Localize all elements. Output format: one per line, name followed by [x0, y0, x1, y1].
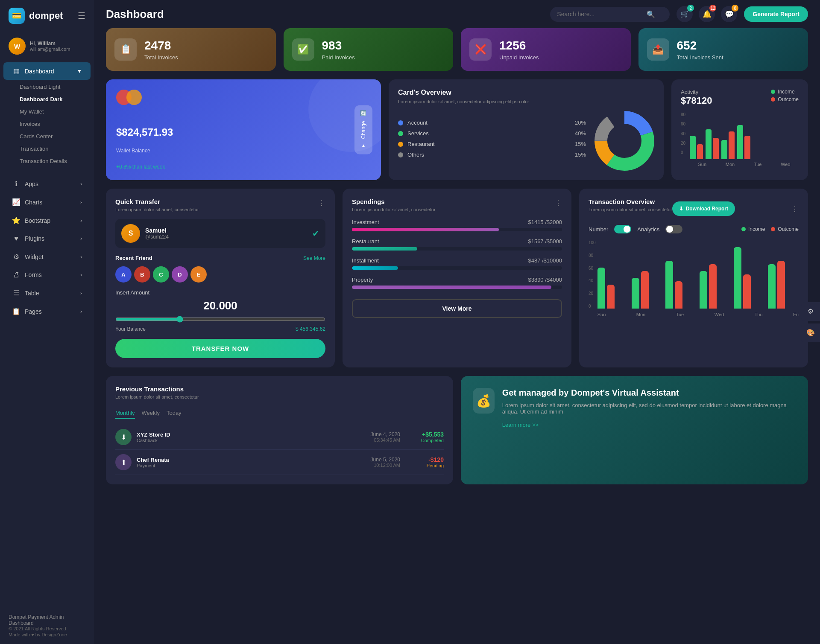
- overview-item-account: Account 20%: [398, 119, 586, 126]
- sidebar-item-dashboard[interactable]: ▦ Dashboard ▼: [3, 62, 91, 80]
- bootstrap-arrow-icon: ›: [80, 218, 82, 224]
- widget-label: Widget: [25, 254, 44, 260]
- stat-card-total-invoices: 📋 2478 Total Invoices: [106, 28, 276, 71]
- friend-avatar-2[interactable]: B: [134, 266, 150, 283]
- friend-avatar-4[interactable]: D: [172, 266, 188, 283]
- sidebar-sub-my-wallet[interactable]: My Wallet: [15, 105, 94, 118]
- float-settings-btn[interactable]: ⚙: [801, 302, 820, 321]
- search-box: 🔍: [550, 7, 670, 22]
- paid-invoices-label: Paid Invoices: [322, 54, 355, 61]
- overview-item-services: Services 40%: [398, 130, 586, 137]
- message-icon-btn[interactable]: 💬 8: [721, 6, 737, 22]
- tab-today[interactable]: Today: [167, 410, 182, 419]
- sidebar-sub-transaction-details[interactable]: Transaction Details: [15, 155, 94, 167]
- sp-inv-amounts: $1415 /$2000: [528, 219, 562, 225]
- sidebar: 💳 dompet ☰ W Hi, William william@gmail.c…: [0, 0, 94, 644]
- sp-inst-header: Installment $487 /$10000: [352, 257, 562, 264]
- widget-arrow-icon: ›: [80, 254, 82, 260]
- pages-icon: 📋: [12, 307, 20, 315]
- trans-date-1: June 4, 2020 05:34:45 AM: [371, 431, 400, 443]
- balance-value: $ 456,345.62: [296, 326, 325, 332]
- sidebar-item-pages[interactable]: 📋 Pages ›: [3, 303, 91, 320]
- bar-day-labels: Sun Mon Tue Wed: [690, 162, 799, 167]
- others-label: Others: [407, 152, 571, 158]
- download-report-button[interactable]: ⬇ Download Report: [672, 201, 735, 216]
- view-more-button[interactable]: View More: [352, 299, 562, 318]
- number-toggle[interactable]: [614, 225, 631, 233]
- wallet-change: +0.8% than last week: [116, 164, 371, 170]
- float-theme-btn[interactable]: 🎨: [801, 323, 820, 342]
- dashboard-arrow-icon: ▼: [77, 68, 82, 74]
- pie-chart-svg: [594, 111, 654, 171]
- balance-label: Your Balance: [115, 326, 146, 332]
- amount-slider[interactable]: [115, 316, 325, 323]
- sidebar-item-widget[interactable]: ⚙ Widget ›: [3, 248, 91, 265]
- cart-badge: 2: [687, 5, 694, 12]
- bar-tue-red: [729, 131, 735, 159]
- plugins-icon: ♥: [12, 235, 20, 242]
- sidebar-sub-invoices[interactable]: Invoices: [15, 118, 94, 130]
- download-icon: ⬇: [679, 206, 683, 212]
- bootstrap-icon: ⭐: [12, 216, 20, 224]
- overview-item-others: Others 15%: [398, 152, 586, 158]
- to-bar-thu: [734, 247, 764, 309]
- outcome-legend-label: Outcome: [778, 96, 799, 102]
- total-invoices-info: 2478 Total Invoices: [144, 39, 178, 61]
- search-input[interactable]: [557, 11, 642, 17]
- see-more-link[interactable]: See More: [303, 255, 325, 261]
- sidebar-item-apps[interactable]: ℹ Apps ›: [3, 175, 91, 192]
- transfer-now-button[interactable]: TRANSFER NOW: [115, 339, 325, 358]
- sidebar-sub-dashboard-dark[interactable]: Dashboard Dark: [15, 93, 94, 105]
- bell-icon-btn[interactable]: 🔔 12: [699, 6, 715, 22]
- to-bar-thu-green: [734, 247, 741, 309]
- sidebar-item-forms[interactable]: 🖨 Forms ›: [3, 266, 91, 283]
- sidebar-item-plugins[interactable]: ♥ Plugins ›: [3, 230, 91, 247]
- apps-label: Apps: [25, 181, 38, 187]
- sp-more-icon[interactable]: ⋮: [554, 198, 562, 207]
- to-label-thu: Thu: [755, 312, 763, 317]
- hamburger-icon[interactable]: ☰: [78, 11, 85, 21]
- to-more-icon[interactable]: ⋮: [791, 204, 799, 213]
- tab-weekly[interactable]: Weekly: [142, 410, 160, 419]
- sp-prop-header: Property $3890 /$4000: [352, 277, 562, 283]
- to-bar-wed-red: [709, 264, 717, 309]
- apps-icon: ℹ: [12, 180, 20, 188]
- restaurant-label: Restaurant: [407, 141, 571, 147]
- sidebar-sub-dashboard-light[interactable]: Dashboard Light: [15, 81, 94, 93]
- to-label-fri: Fri: [793, 312, 799, 317]
- sidebar-sub-cards-center[interactable]: Cards Center: [15, 130, 94, 143]
- tab-monthly[interactable]: Monthly: [115, 410, 135, 419]
- pie-legend: Account 20% Services 40% Restaurant 15%: [398, 119, 586, 162]
- sidebar-item-table[interactable]: ☰ Table ›: [3, 284, 91, 302]
- analytics-toggle[interactable]: [665, 225, 682, 233]
- activity-section: Activity $78120 Income Outcome: [671, 79, 808, 180]
- trans-item-2: ⬆ Chef Renata Payment June 5, 2020 10:12…: [115, 450, 444, 475]
- account-dot: [398, 120, 403, 125]
- toggle-row: Number Analytics Income Outcome: [589, 225, 799, 233]
- table-arrow-icon: ›: [80, 290, 82, 296]
- card-logos: [116, 90, 371, 105]
- wallet-balance: $824,571.93: [116, 126, 371, 138]
- friend-avatar-1[interactable]: A: [115, 266, 132, 283]
- sidebar-item-charts[interactable]: 📈 Charts ›: [3, 193, 91, 211]
- friend-avatar-5[interactable]: E: [190, 266, 207, 283]
- sidebar-sub-transaction[interactable]: Transaction: [15, 143, 94, 155]
- trans-amount-2: -$120: [405, 456, 444, 463]
- to-label-wed: Wed: [715, 312, 724, 317]
- bar-chart: [690, 117, 799, 159]
- topbar: Dashboard 🔍 🛒 2 🔔 12 💬 8 Generate Report: [94, 0, 820, 28]
- change-button[interactable]: 🔄 Change ▾: [354, 105, 372, 154]
- sidebar-item-bootstrap[interactable]: ⭐ Bootstrap ›: [3, 212, 91, 229]
- cart-icon-btn[interactable]: 🛒 2: [676, 6, 693, 22]
- trans-icon-2: ⬆: [115, 454, 132, 470]
- analytics-label: Analytics: [637, 226, 659, 233]
- qt-more-icon[interactable]: ⋮: [318, 198, 325, 207]
- generate-report-button[interactable]: Generate Report: [744, 6, 808, 22]
- stat-card-sent-invoices: 📤 652 Total Invoices Sent: [638, 28, 808, 71]
- table-icon: ☰: [12, 289, 20, 297]
- recent-label: Recent Friend: [115, 255, 152, 261]
- va-learn-more-link[interactable]: Learn more >>: [502, 422, 539, 428]
- friend-avatar-3[interactable]: C: [153, 266, 169, 283]
- bar-mon-red: [713, 138, 719, 159]
- wallet-label: Wallet Balance: [116, 148, 371, 154]
